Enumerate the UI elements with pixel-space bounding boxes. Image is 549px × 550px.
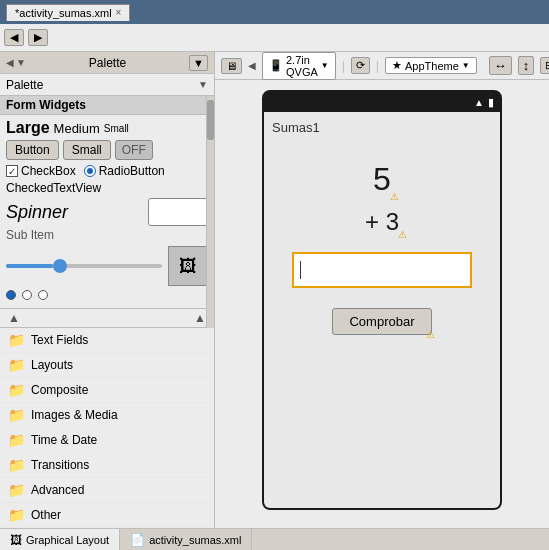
number-2-warning: ⚠	[398, 229, 407, 240]
resize-btn-1[interactable]: ↔	[489, 56, 512, 75]
scroll-up-arrow[interactable]: ▲	[8, 311, 20, 325]
textview-large[interactable]: Large	[6, 119, 50, 137]
phone-frame: ▲ ▮ Sumas1 5 ⚠ + 3 ⚠	[262, 90, 502, 510]
spinner-label[interactable]: Spinner	[6, 202, 68, 223]
palette-item-time-date[interactable]: 📁 Time & Date	[0, 428, 214, 453]
editor-tab[interactable]: *activity_sumas.xml ×	[6, 4, 130, 21]
seekbar-widget[interactable]	[6, 264, 162, 268]
forward-icon: ▶	[34, 31, 42, 44]
back-button[interactable]: ◀	[4, 29, 24, 46]
palette-header: ◀ ▼ Palette ▼	[0, 52, 214, 74]
radiobutton-widget[interactable]: RadioButton	[84, 164, 165, 178]
checked-textview-widget[interactable]: CheckedTextView	[6, 181, 208, 195]
device-phone-icon: 📱	[269, 59, 283, 72]
scroll-down-arrow[interactable]: ▲	[194, 311, 206, 325]
number-1-value: 5	[373, 161, 391, 197]
star-icon: ★	[392, 59, 402, 72]
form-widgets-label: Form Widgets	[6, 98, 86, 112]
tab-graphical-layout[interactable]: 🖼 Graphical Layout	[0, 529, 120, 550]
device-icon-btn[interactable]: 🖥	[221, 58, 242, 74]
palette-dropdown-btn[interactable]: ▼	[189, 55, 208, 71]
rotate-btn[interactable]: ⟳	[351, 57, 370, 74]
close-tab-btn[interactable]: ×	[116, 7, 122, 18]
palette-inner-row[interactable]: Palette ▼	[0, 74, 214, 96]
wifi-icon: ▲	[474, 97, 484, 108]
palette-item-label-layouts: Layouts	[31, 358, 73, 372]
scroll-arrows-row: ▲ ▲	[0, 309, 214, 328]
widgets-scrollbar[interactable]	[206, 96, 214, 328]
tab-xml[interactable]: 📄 activity_sumas.xml	[120, 529, 252, 550]
device-monitor-icon: 🖥	[226, 60, 237, 72]
checkbox-box: ✓	[6, 165, 18, 177]
palette-item-transitions[interactable]: 📁 Transitions	[0, 453, 214, 478]
textview-medium[interactable]: Medium	[54, 121, 100, 136]
seekbar-thumb[interactable]	[53, 259, 67, 273]
palette-item-label-transitions: Transitions	[31, 458, 89, 472]
zoom-in-btn[interactable]: ⊞	[540, 57, 549, 74]
widget-buttons-row: Button Small OFF	[6, 140, 208, 160]
battery-icon: ▮	[488, 96, 494, 109]
sub-item-row[interactable]: Sub Item	[6, 228, 208, 242]
palette-down-arrow[interactable]: ▼	[16, 57, 26, 68]
radio-1[interactable]	[6, 290, 16, 300]
chevron-left-device: ◀	[248, 60, 256, 71]
resize-btn-2[interactable]: ↕	[518, 56, 535, 75]
checkbox-radiobutton-row: ✓ CheckBox RadioButton	[6, 164, 208, 178]
palette-item-advanced[interactable]: 📁 Advanced	[0, 478, 214, 503]
number-1-warning: ⚠	[390, 191, 399, 202]
text-cursor	[300, 261, 301, 279]
palette-item-other[interactable]: 📁 Other	[0, 503, 214, 528]
folder-icon-time: 📁	[8, 432, 25, 448]
palette-item-composite[interactable]: 📁 Composite	[0, 378, 214, 403]
scrollbar-thumb[interactable]	[207, 100, 214, 140]
form-widgets-header: Form Widgets	[0, 96, 214, 115]
device-chevron-icon: ▼	[321, 61, 329, 70]
radio-3[interactable]	[38, 290, 48, 300]
phone-content: Sumas1 5 ⚠ + 3 ⚠	[264, 112, 500, 508]
palette-item-text-fields[interactable]: 📁 Text Fields	[0, 328, 214, 353]
device-selector[interactable]: 📱 2.7in QVGA ▼	[262, 52, 336, 80]
main-toolbar: ◀ ▶	[0, 24, 549, 52]
graphical-layout-tab-icon: 🖼	[10, 533, 22, 547]
checkbox-widget[interactable]: ✓ CheckBox	[6, 164, 76, 178]
palette-item-label-advanced: Advanced	[31, 483, 84, 497]
palette-item-layouts[interactable]: 📁 Layouts	[0, 353, 214, 378]
comprobar-button[interactable]: Comprobar ⚠	[332, 308, 431, 335]
phone-body: 5 ⚠ + 3 ⚠ Comprobar ⚠	[272, 151, 492, 500]
answer-input[interactable]	[292, 252, 472, 288]
form-widgets-area: Large Medium Small Button Small OFF ✓ Ch…	[0, 115, 214, 309]
seekbar-fill	[6, 264, 53, 268]
theme-selector[interactable]: ★ AppTheme ▼	[385, 57, 477, 74]
radio-group-row	[6, 290, 208, 300]
checkbox-label: CheckBox	[21, 164, 76, 178]
content-area: 🖥 ◀ 📱 2.7in QVGA ▼ | ⟳ | ★ AppTheme ▼ ↔ …	[215, 52, 549, 528]
back-icon: ◀	[10, 31, 18, 44]
image-widget[interactable]: 🖼	[168, 246, 208, 286]
editor-tab-label: *activity_sumas.xml	[15, 7, 112, 19]
folder-icon-transitions: 📁	[8, 457, 25, 473]
number-1-display: 5 ⚠	[373, 161, 391, 198]
button-widget[interactable]: Button	[6, 140, 59, 160]
spinner-widget[interactable]	[148, 198, 208, 226]
theme-chevron-icon: ▼	[462, 61, 470, 70]
comprobar-label: Comprobar	[349, 314, 414, 329]
palette-dropdown-arrow: ▼	[193, 57, 204, 69]
small-button-widget[interactable]: Small	[63, 140, 111, 160]
forward-button[interactable]: ▶	[28, 29, 48, 46]
bottom-tabs: 🖼 Graphical Layout 📄 activity_sumas.xml	[0, 528, 549, 550]
seekbar-container	[6, 256, 162, 276]
palette-item-images-media[interactable]: 📁 Images & Media	[0, 403, 214, 428]
toggle-off-widget[interactable]: OFF	[115, 140, 153, 160]
palette-title: Palette	[30, 56, 185, 70]
textview-small[interactable]: Small	[104, 123, 129, 134]
title-bar: *activity_sumas.xml ×	[0, 0, 549, 24]
radiobutton-circle	[84, 165, 96, 177]
radio-2[interactable]	[22, 290, 32, 300]
folder-icon-composite: 📁	[8, 382, 25, 398]
palette-panel: ◀ ▼ Palette ▼ Palette ▼ Form Widgets Lar…	[0, 52, 215, 528]
palette-item-label-other: Other	[31, 508, 61, 522]
phone-frame-area: ▲ ▮ Sumas1 5 ⚠ + 3 ⚠	[215, 80, 549, 528]
palette-inner-arrow: ▼	[198, 79, 208, 90]
xml-tab-icon: 📄	[130, 533, 145, 547]
palette-back-arrow[interactable]: ◀	[6, 57, 14, 68]
